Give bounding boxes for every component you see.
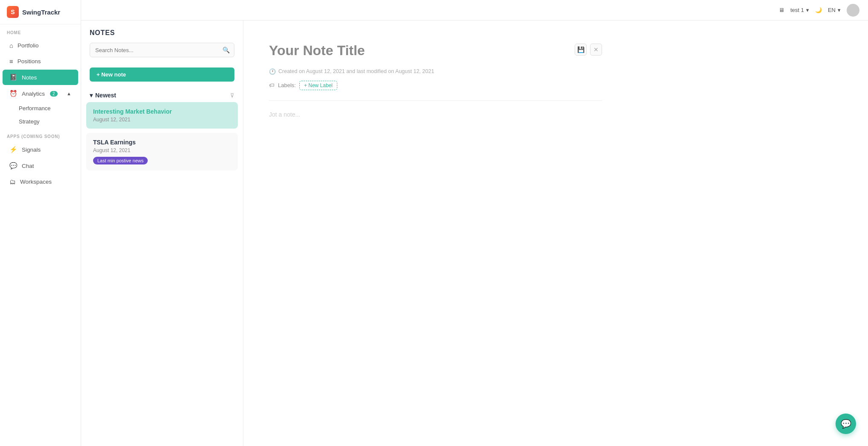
editor-title-row: Your Note Title 💾 ✕ [269,42,602,60]
note-card-title: Interesting Market Behavior [93,108,231,115]
note-card-title: TSLA Earnings [93,139,231,146]
editor-meta-text: Created on August 12, 2021 and last modi… [278,68,434,74]
editor-actions: 💾 ✕ [575,44,602,56]
moon-icon: 🌙 [815,7,822,13]
home-icon: ⌂ [9,42,13,49]
sidebar-sub-label: Performance [19,105,50,112]
sidebar-item-strategy[interactable]: Strategy [3,115,78,128]
workspaces-icon: 🗂 [9,178,16,185]
chat-fab-icon: 💬 [841,419,851,429]
notes-panel: NOTES 🔍 + New note ▾ Newest ⊽ Interestin… [81,21,243,446]
notes-list: ▾ Newest ⊽ Interesting Market Behavior A… [81,88,243,446]
sidebar-item-performance[interactable]: Performance [3,102,78,114]
sidebar-section-home: HOME [0,24,81,38]
chevron-down-icon: ▾ [806,7,809,13]
sidebar-item-label: Positions [18,58,41,65]
main-area: 🖥 test 1 ▾ 🌙 EN ▾ NOTES 🔍 + New note [81,0,868,446]
note-card-2[interactable]: TSLA Earnings August 12, 2021 Last min p… [86,133,238,170]
topbar-theme-toggle[interactable]: 🌙 [815,7,822,13]
sidebar-sub-label: Strategy [19,118,39,125]
search-button[interactable]: 🔍 [218,43,234,57]
filter-icon[interactable]: ⊽ [230,92,234,99]
editor-meta: 🕐 Created on August 12, 2021 and last mo… [269,68,602,75]
analytics-icon: ⏰ [9,90,18,97]
search-input[interactable] [90,44,218,57]
content-area: NOTES 🔍 + New note ▾ Newest ⊽ Interestin… [81,21,868,446]
close-button[interactable]: ✕ [590,44,602,56]
topbar-user[interactable]: test 1 ▾ [790,7,809,13]
editor-area: Your Note Title 💾 ✕ 🕐 Created on August … [243,21,868,446]
topbar-screen-icon: 🖥 [779,7,784,13]
labels-label: Labels: [278,82,296,88]
positions-icon: ≡ [9,58,13,65]
signals-icon: ⚡ [9,146,18,153]
analytics-badge: 2 [50,91,58,97]
sidebar-item-label: Analytics [22,91,45,97]
chevron-down-icon: ▾ [838,7,841,13]
topbar: 🖥 test 1 ▾ 🌙 EN ▾ [81,0,868,21]
new-label-button[interactable]: + New Label [299,81,337,90]
sidebar-item-workspaces[interactable]: 🗂 Workspaces [3,174,78,189]
sidebar-item-label: Signals [22,147,41,153]
sidebar-item-notes[interactable]: 📓 Notes [3,70,78,85]
editor-divider [269,100,602,101]
chat-icon: 💬 [9,162,18,170]
new-label-text: + New Label [304,82,333,88]
topbar-user-label: test 1 [790,7,804,13]
search-bar: 🔍 [90,43,234,57]
chevron-up-icon: ▲ [67,91,71,96]
clock-icon: 🕐 [269,68,276,75]
save-icon: 💾 [577,46,585,53]
sidebar-item-label: Notes [22,74,37,81]
notes-section-header: ▾ Newest ⊽ [86,88,238,102]
sidebar-item-label: Portfolio [18,42,39,49]
notes-section-title: ▾ Newest [90,92,116,99]
notes-title: NOTES [90,29,234,37]
screen-icon: 🖥 [779,7,784,13]
topbar-language[interactable]: EN ▾ [828,7,841,13]
editor-inner: Your Note Title 💾 ✕ 🕐 Created on August … [243,21,628,446]
sidebar-item-chat[interactable]: 💬 Chat [3,158,78,173]
save-button[interactable]: 💾 [575,44,587,56]
sidebar-item-portfolio[interactable]: ⌂ Portfolio [3,38,78,53]
sidebar-item-analytics[interactable]: ⏰ Analytics 2 ▲ [3,86,78,101]
close-icon: ✕ [593,46,599,53]
tag-icon: 🏷 [269,82,275,88]
sidebar-item-label: Chat [22,163,34,169]
logo: S SwingTrackr [0,0,81,24]
sidebar-item-signals[interactable]: ⚡ Signals [3,142,78,157]
editor-title[interactable]: Your Note Title [269,42,568,60]
note-card-date: August 12, 2021 [93,117,231,123]
sidebar-section-apps: APPS (COMING SOON) [0,128,81,141]
sidebar-item-positions[interactable]: ≡ Positions [3,54,78,69]
note-card-date: August 12, 2021 [93,147,231,153]
new-note-button[interactable]: + New note [90,67,234,82]
editor-content[interactable]: Jot a note... [269,111,602,118]
chevron-down-icon: ▾ [90,92,93,99]
logo-icon: S [7,6,19,18]
notes-header: NOTES 🔍 [81,21,243,63]
sidebar-item-label: Workspaces [20,179,52,185]
logo-text: SwingTrackr [22,9,60,16]
editor-labels: 🏷 Labels: + New Label [269,81,602,90]
note-card-1[interactable]: Interesting Market Behavior August 12, 2… [86,102,238,129]
notes-icon: 📓 [9,73,18,81]
note-tag: Last min postive news [93,157,148,164]
sidebar: S SwingTrackr HOME ⌂ Portfolio ≡ Positio… [0,0,81,446]
topbar-avatar[interactable] [847,4,859,17]
language-label: EN [828,7,836,13]
fab-chat-button[interactable]: 💬 [836,414,856,434]
